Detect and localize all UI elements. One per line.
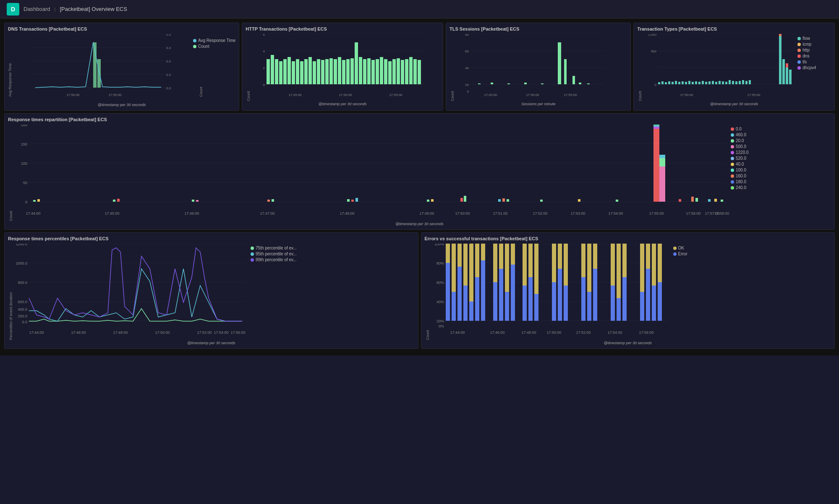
svg-rect-162 (653, 129, 659, 202)
tt-y-label: Count (637, 34, 643, 101)
svg-rect-166 (659, 158, 665, 166)
svg-rect-49 (363, 59, 366, 84)
svg-rect-76 (491, 83, 493, 84)
svg-text:17:56:00: 17:56:00 (230, 330, 245, 335)
svg-text:600.0: 600.0 (18, 300, 27, 304)
svg-rect-142 (37, 199, 40, 202)
http-x-label: @timestamp per 30 seconds (246, 102, 439, 106)
svg-rect-252 (564, 244, 568, 286)
svg-text:17:44:00: 17:44:00 (26, 211, 40, 216)
svg-rect-103 (685, 82, 687, 84)
svg-rect-80 (558, 42, 561, 84)
svg-rect-249 (558, 269, 562, 321)
svg-rect-265 (640, 292, 644, 321)
svg-rect-262 (617, 244, 621, 298)
errors-legend: OK Error (673, 246, 687, 340)
svg-rect-15 (97, 59, 101, 88)
svg-rect-52 (376, 59, 379, 84)
dns-y-label: Avg Response Time (8, 38, 12, 97)
svg-rect-267 (646, 269, 650, 321)
svg-rect-172 (714, 199, 717, 202)
svg-text:17:48:00: 17:48:00 (340, 211, 354, 216)
svg-rect-121 (745, 81, 748, 84)
svg-text:17:50:00: 17:50:00 (155, 330, 170, 335)
svg-text:17:56:00: 17:56:00 (639, 330, 653, 335)
svg-rect-36 (308, 57, 312, 84)
dashboard: DNS Transactions [Packetbeat] ECS Avg Re… (0, 18, 839, 356)
svg-text:0: 0 (25, 200, 27, 204)
panel-transaction-types: Transaction Types [Packetbeat] ECS Count… (633, 23, 835, 111)
svg-text:2: 2 (263, 66, 265, 70)
svg-text:40%: 40% (436, 300, 444, 304)
svg-rect-245 (534, 294, 538, 321)
panel-http: HTTP Transactions [Packetbeat] ECS Count… (242, 23, 443, 111)
svg-rect-59 (405, 59, 408, 84)
svg-text:80: 80 (465, 34, 469, 36)
svg-text:1000.0: 1000.0 (16, 261, 27, 265)
svg-text:17:48:00: 17:48:00 (113, 330, 128, 335)
svg-text:60: 60 (465, 49, 469, 53)
svg-text:200: 200 (21, 125, 27, 127)
svg-rect-81 (564, 59, 567, 84)
svg-text:0: 0 (263, 83, 265, 87)
errors-title: Errors vs successful transactions [Packe… (425, 236, 831, 241)
percentiles-y-label: Percentiles of event.duration (8, 244, 14, 340)
svg-text:17:56:00: 17:56:00 (686, 211, 700, 216)
svg-rect-269 (652, 286, 656, 321)
svg-text:0: 0 (655, 83, 657, 87)
svg-rect-110 (708, 81, 711, 84)
svg-rect-118 (735, 81, 737, 84)
svg-text:200.0: 200.0 (18, 314, 27, 318)
svg-text:17:46:00: 17:46:00 (71, 330, 86, 335)
svg-rect-57 (397, 58, 400, 84)
svg-rect-128 (789, 70, 792, 84)
svg-rect-255 (587, 292, 591, 321)
svg-rect-119 (739, 81, 741, 84)
svg-rect-169 (695, 198, 698, 202)
panel-errors: Errors vs successful transactions [Packe… (421, 232, 835, 349)
svg-rect-230 (475, 244, 479, 277)
svg-rect-44 (342, 60, 345, 84)
svg-rect-155 (464, 196, 466, 202)
svg-text:17:48:00: 17:48:00 (521, 330, 536, 335)
svg-rect-62 (418, 60, 421, 84)
svg-rect-239 (511, 265, 515, 321)
svg-rect-53 (380, 57, 383, 84)
svg-rect-242 (523, 244, 527, 286)
svg-text:150: 150 (21, 142, 27, 146)
svg-text:20%: 20% (436, 319, 444, 323)
svg-text:17:50:00: 17:50:00 (66, 93, 80, 97)
panel-tls: TLS Sessions [Packetbeat] ECS Count 80 6… (446, 23, 631, 111)
svg-rect-159 (540, 200, 543, 202)
breadcrumb[interactable]: Dashboard (24, 6, 50, 12)
svg-rect-238 (505, 244, 509, 292)
svg-text:0.0: 0.0 (166, 46, 171, 50)
svg-rect-45 (346, 59, 350, 84)
svg-text:0.0: 0.0 (166, 86, 171, 90)
svg-text:17:44:00: 17:44:00 (450, 330, 465, 335)
svg-text:4: 4 (263, 49, 265, 53)
dns-chart: 600.0 400.0 200.0 0.0 0.0 0.0 0.0 0.0 0.… (31, 34, 191, 101)
svg-text:17:50:00: 17:50:00 (546, 330, 561, 335)
svg-rect-241 (523, 286, 527, 321)
svg-rect-151 (355, 198, 358, 202)
svg-rect-33 (296, 59, 299, 84)
svg-rect-171 (708, 199, 711, 202)
svg-rect-143 (113, 200, 115, 202)
svg-text:0: 0 (467, 90, 469, 94)
svg-rect-43 (338, 57, 341, 84)
svg-rect-271 (658, 282, 662, 321)
svg-rect-114 (722, 81, 724, 84)
svg-rect-141 (33, 200, 36, 202)
svg-rect-270 (652, 244, 656, 286)
svg-rect-225 (463, 286, 468, 321)
svg-rect-250 (558, 244, 562, 269)
svg-text:80%: 80% (436, 261, 444, 265)
svg-rect-54 (384, 59, 387, 84)
svg-rect-160 (578, 199, 580, 202)
svg-rect-109 (705, 82, 707, 84)
svg-rect-107 (698, 82, 700, 84)
http-y-label: Count (246, 34, 251, 101)
svg-rect-156 (498, 199, 501, 202)
svg-rect-95 (658, 82, 660, 84)
